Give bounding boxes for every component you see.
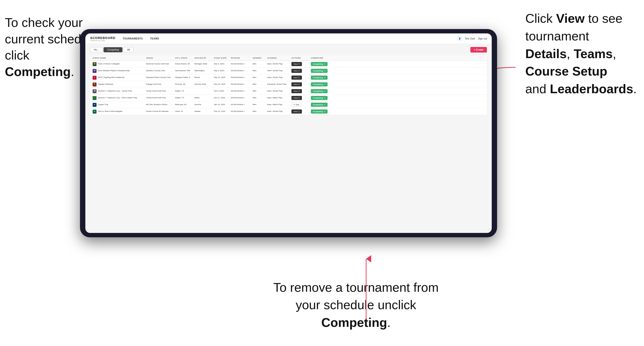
view-button[interactable]: View ⓘ: [292, 69, 302, 73]
cell-venue: Sahalee Country Club: [146, 69, 175, 72]
cell-competing: Competing ✓: [311, 62, 333, 66]
sign-out-link[interactable]: Sign out: [478, 37, 487, 40]
scoreboard-logo: SCOREBOARD Powered by clipp: [90, 36, 116, 41]
view-button[interactable]: View ⓘ: [292, 76, 302, 80]
competing-button[interactable]: Competing ✓: [311, 82, 328, 86]
cell-gender: Men: [253, 97, 267, 99]
cell-actions: View ⓘ: [292, 89, 311, 93]
team-logo: 🌲: [92, 96, 96, 100]
header-event-name: EVENT NAME: [92, 57, 146, 59]
view-button[interactable]: View ⓘ: [292, 109, 302, 114]
cell-hosted-by: Arizona: [194, 103, 214, 106]
cell-scoring: team, Stroke Play: [267, 63, 292, 65]
header-start-date: START DATE: [214, 57, 231, 59]
tablet-screen: SCOREBOARD Powered by clipp TOURNAMENTS …: [85, 33, 492, 233]
cell-hosted-by: ABAC: [194, 97, 214, 99]
competing-button[interactable]: Competing ✓: [311, 103, 328, 107]
tournaments-table: EVENT NAME VENUE CITY, STATE HOSTED BY S…: [90, 55, 487, 115]
nav-right: 👤 Test User Sign out: [458, 36, 487, 41]
cell-division: NCAA Division I: [231, 63, 253, 65]
user-icon: 👤: [458, 36, 462, 41]
cell-city-state: Dallas, TX: [175, 90, 194, 92]
view-button[interactable]: View ⓘ: [292, 96, 302, 100]
cell-competing: Competing ✓: [311, 76, 333, 80]
cell-scoring: team, Match Play: [267, 103, 292, 106]
cell-division: NCAA Division I: [231, 110, 253, 113]
cell-start-date: Oct 9, 2023: [214, 90, 231, 92]
cell-venue: Trinity Forest Golf Club: [146, 90, 175, 92]
bottom-arrow: [359, 254, 374, 322]
table-row: W 2023 Sahalee Players Championship Saha…: [90, 68, 487, 74]
competing-button[interactable]: Competing ✓: [311, 62, 328, 66]
cell-gender: Men: [253, 110, 267, 113]
header-venue: VENUE: [146, 57, 175, 59]
cell-city-state: Sammamish, WA: [175, 69, 194, 72]
cell-event-name: 🦁 Folds of Honor Collegiate: [92, 62, 146, 66]
user-label: Test User: [465, 37, 475, 40]
header-hosted-by: HOSTED BY: [194, 57, 214, 59]
cell-venue: Ak-Chin Southern Dunes: [146, 103, 175, 106]
team-logo: I: [92, 76, 96, 80]
nav-tournaments[interactable]: TOURNAMENTS: [123, 37, 143, 40]
cell-hosted-by: Arizona State: [194, 83, 214, 85]
tab-competing[interactable]: Competing: [104, 47, 122, 52]
table-body: 🦁 Folds of Honor Collegiate American Dun…: [90, 61, 487, 115]
cell-gender: Men: [253, 63, 267, 65]
cell-venue: Ocean Course At Hokuala: [146, 110, 175, 113]
annotation-top-right: Click View to see tournament Details, Te…: [525, 10, 637, 98]
cell-competing: Competing ✓: [311, 69, 333, 73]
header-city-state: CITY, STATE: [175, 57, 194, 59]
competing-button[interactable]: Competing ✓: [311, 109, 328, 114]
cell-start-date: Sep 15, 2023: [214, 76, 231, 79]
table-row: 🦁 Folds of Honor Collegiate American Dun…: [90, 61, 487, 68]
view-button[interactable]: View ⓘ: [292, 89, 302, 93]
cell-start-date: Jan 14, 2024: [214, 103, 231, 106]
header-competing: COMPETING: [311, 57, 333, 59]
table-row: A Copper Cup Ak-Chin Southern Dunes Mari…: [90, 101, 487, 108]
header-scoring: SCORING: [267, 57, 292, 59]
cell-scoring: team, Stroke Play: [267, 110, 292, 113]
cell-scoring: team, Stroke Play: [267, 90, 292, 92]
cell-scoring: team, Stroke Play: [267, 69, 292, 72]
cell-scoring: team, Match Play: [267, 97, 292, 99]
competing-button[interactable]: Competing ✓: [311, 76, 328, 80]
cell-gender: Men: [253, 83, 267, 85]
filter-tabs: Ho... Competing All: [90, 47, 134, 52]
tab-home[interactable]: Ho...: [90, 47, 102, 52]
create-button[interactable]: + Create: [470, 47, 487, 52]
cell-actions: View ⓘ: [292, 82, 311, 86]
cell-venue: Papago Golf Club: [146, 83, 175, 85]
view-button[interactable]: View ⓘ: [292, 62, 302, 66]
competing-button[interactable]: Competing ✓: [311, 96, 328, 100]
cell-start-date: Sep 18, 2023: [214, 83, 231, 85]
cell-hosted-by: Hawaii: [194, 110, 214, 113]
nav-teams[interactable]: TEAMS: [150, 37, 159, 40]
competing-button[interactable]: Competing ✓: [311, 69, 328, 73]
competing-button[interactable]: Competing ✓: [311, 89, 328, 93]
cell-event-name: 🌲 Jackson T. Stephens Cup – Men's Match …: [92, 96, 146, 100]
cell-gender: Men: [253, 76, 267, 79]
team-logo: ⚙: [92, 89, 96, 93]
cell-competing: Competing ✓: [311, 82, 333, 86]
cell-actions: View ⓘ: [292, 69, 311, 73]
cell-hosted-by: Illinois: [194, 76, 214, 79]
cell-gender: Men: [253, 69, 267, 72]
cell-start-date: Sep 9, 2023: [214, 69, 231, 72]
cell-division: NCAA Division I: [231, 103, 253, 106]
cell-city-state: Grand Haven, MI: [175, 63, 194, 65]
cell-actions: View ⓘ: [292, 76, 311, 80]
tab-all[interactable]: All: [124, 47, 133, 52]
cell-event-name: ⚙ Jackson T. Stephens Cup – Stroke Play: [92, 89, 146, 93]
view-button[interactable]: View ⓘ: [292, 82, 302, 86]
cell-event-name: H John A. Burns Intercollegiate: [92, 110, 146, 114]
edit-button[interactable]: ✏ Edit: [292, 103, 302, 107]
cell-event-name: A Copper Cup: [92, 103, 146, 107]
cell-venue: Olympia Fields Country Club: [146, 76, 175, 79]
cell-actions: View ⓘ: [292, 62, 311, 66]
team-logo: H: [92, 110, 96, 114]
cell-competing: Competing ✓: [311, 109, 333, 114]
cell-competing: Competing ✓: [311, 89, 333, 93]
cell-event-name: W 2023 Sahalee Players Championship: [92, 69, 146, 73]
table-header: EVENT NAME VENUE CITY, STATE HOSTED BY S…: [90, 55, 487, 61]
table-row: 🌵 Papago Individual Papago Golf Club Pho…: [90, 81, 487, 88]
